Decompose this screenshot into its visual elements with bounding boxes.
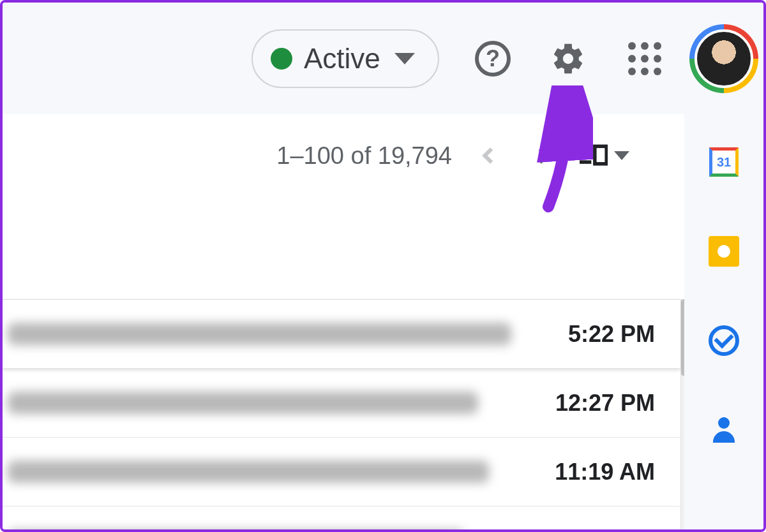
gear-icon [550,40,586,78]
pagination-text: 1–100 of 19,794 [276,142,452,170]
status-dot-icon [271,48,292,70]
settings-button[interactable] [550,41,586,77]
email-subject-blurred [8,390,543,416]
email-subject-blurred [8,321,555,347]
svg-rect-1 [580,153,591,157]
side-panel: 31 [684,114,763,529]
list-toolbar: 1–100 of 19,794 [3,114,680,197]
email-time: 11:13 AM [558,528,655,532]
email-time: 5:22 PM [568,321,655,348]
split-pane-icon [580,144,608,168]
next-page-button[interactable] [529,143,554,168]
chevron-left-icon [482,147,498,163]
keep-icon [709,236,739,267]
email-list: 5:22 PM 12:27 PM 11:19 AM 11:13 AM [3,299,680,532]
calendar-icon: 31 [709,147,739,177]
status-label: Active [304,43,380,75]
split-pane-toggle[interactable] [580,144,629,168]
tasks-icon [709,325,739,356]
contacts-icon [711,417,737,443]
apps-grid-icon [628,42,661,75]
email-row[interactable]: 5:22 PM [3,300,680,369]
help-icon: ? [475,41,511,77]
email-time: 12:27 PM [555,390,655,417]
email-subject-blurred [8,459,542,485]
email-row[interactable]: 12:27 PM [3,369,680,438]
tasks-app-button[interactable] [708,325,740,357]
chevron-right-icon [533,147,549,163]
svg-rect-3 [595,146,606,164]
app-header: Active ? [3,3,763,114]
chevron-down-icon [394,53,415,64]
svg-rect-0 [580,146,591,150]
email-row[interactable]: 11:13 AM [3,506,680,532]
status-chip[interactable]: Active [252,29,439,88]
avatar-image [695,29,753,88]
inbox-panel: 1–100 of 19,794 5:22 PM 12:27 PM [3,114,680,529]
calendar-app-button[interactable]: 31 [708,146,740,178]
chevron-down-icon [614,151,629,160]
email-row[interactable]: 11:19 AM [3,438,680,506]
svg-rect-2 [580,160,591,164]
email-subject-blurred [8,528,545,532]
account-avatar[interactable] [689,24,758,93]
keep-app-button[interactable] [708,235,740,267]
email-time: 11:19 AM [555,459,655,485]
contacts-app-button[interactable] [708,414,740,446]
google-apps-button[interactable] [627,41,663,77]
help-button[interactable]: ? [475,41,511,77]
prev-page-button[interactable] [477,143,503,168]
